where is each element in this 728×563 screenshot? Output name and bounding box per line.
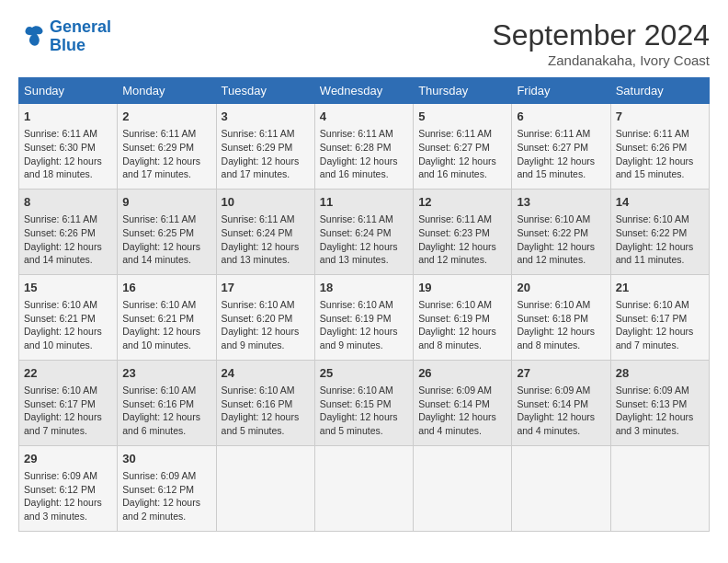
day-number: 3 xyxy=(222,109,310,125)
weekday-header: Friday xyxy=(512,78,610,104)
day-info-line: Daylight: 12 hours xyxy=(517,240,605,254)
day-number: 7 xyxy=(616,109,704,125)
day-info-line: Sunrise: 6:09 AM xyxy=(24,469,112,483)
day-info-line: Sunset: 6:23 PM xyxy=(418,226,506,240)
day-info-line: Daylight: 12 hours xyxy=(222,155,310,168)
day-info-line: and 4 minutes. xyxy=(418,424,506,438)
location-subtitle: Zandanakaha, Ivory Coast xyxy=(492,52,710,68)
day-number: 21 xyxy=(616,280,704,296)
day-info-line: Sunrise: 6:10 AM xyxy=(320,384,408,397)
logo: General Blue xyxy=(18,18,111,55)
day-info-line: Sunrise: 6:11 AM xyxy=(24,213,112,226)
day-info-line: Sunset: 6:16 PM xyxy=(122,397,210,411)
day-info-line: Daylight: 12 hours xyxy=(222,325,310,339)
day-info-line: Sunset: 6:20 PM xyxy=(222,312,310,326)
day-info-line: Daylight: 12 hours xyxy=(122,496,210,510)
page-header: General Blue September 2024 Zandanakaha,… xyxy=(18,18,710,68)
calendar-cell: 20Sunrise: 6:10 AMSunset: 6:18 PMDayligh… xyxy=(512,274,610,360)
day-number: 20 xyxy=(517,280,605,296)
day-info-line: Sunset: 6:12 PM xyxy=(24,483,112,497)
day-number: 26 xyxy=(418,365,506,382)
day-info-line: and 8 minutes. xyxy=(517,339,605,352)
day-info-line: and 7 minutes. xyxy=(24,424,112,438)
day-info-line: Sunset: 6:18 PM xyxy=(517,312,605,326)
day-info-line: and 15 minutes. xyxy=(517,167,605,181)
month-title: September 2024 xyxy=(492,18,710,52)
title-block: September 2024 Zandanakaha, Ivory Coast xyxy=(492,18,710,68)
day-number: 2 xyxy=(122,109,210,125)
day-info-line: Daylight: 12 hours xyxy=(320,410,408,424)
calendar-cell: 18Sunrise: 6:10 AMSunset: 6:19 PMDayligh… xyxy=(314,274,413,360)
day-info-line: Daylight: 12 hours xyxy=(24,496,112,510)
day-info-line: Daylight: 12 hours xyxy=(616,240,704,254)
day-info-line: and 9 minutes. xyxy=(320,339,408,352)
day-number: 28 xyxy=(616,365,704,382)
day-number: 11 xyxy=(320,194,408,211)
day-info-line: Sunrise: 6:11 AM xyxy=(616,127,704,141)
day-info-line: and 11 minutes. xyxy=(616,253,704,267)
day-info-line: Sunset: 6:22 PM xyxy=(517,226,605,240)
day-info-line: and 12 minutes. xyxy=(517,253,605,267)
day-info-line: Sunrise: 6:09 AM xyxy=(418,384,506,397)
calendar-cell: 11Sunrise: 6:11 AMSunset: 6:24 PMDayligh… xyxy=(314,189,413,274)
day-number: 5 xyxy=(418,109,506,125)
weekday-header: Sunday xyxy=(19,78,118,104)
day-info-line: Sunset: 6:30 PM xyxy=(24,141,112,155)
day-number: 22 xyxy=(24,365,112,382)
day-info-line: Sunset: 6:24 PM xyxy=(320,226,408,240)
calendar-cell: 2Sunrise: 6:11 AMSunset: 6:29 PMDaylight… xyxy=(118,104,216,190)
day-info-line: Sunrise: 6:10 AM xyxy=(222,298,310,312)
day-info-line: Sunrise: 6:11 AM xyxy=(222,213,310,226)
day-info-line: Daylight: 12 hours xyxy=(517,410,605,424)
day-number: 29 xyxy=(24,451,112,467)
day-info-line: and 15 minutes. xyxy=(616,167,704,181)
day-info-line: Sunset: 6:28 PM xyxy=(320,141,408,155)
day-info-line: Sunset: 6:25 PM xyxy=(122,226,210,240)
day-info-line: Sunset: 6:14 PM xyxy=(517,397,605,411)
day-info-line: Daylight: 12 hours xyxy=(418,240,506,254)
calendar-cell: 10Sunrise: 6:11 AMSunset: 6:24 PMDayligh… xyxy=(216,189,314,274)
day-number: 24 xyxy=(222,365,310,382)
day-info-line: Daylight: 12 hours xyxy=(122,155,210,168)
day-info-line: Sunset: 6:22 PM xyxy=(616,226,704,240)
calendar-cell: 25Sunrise: 6:10 AMSunset: 6:15 PMDayligh… xyxy=(314,360,413,445)
day-info-line: Sunrise: 6:09 AM xyxy=(616,384,704,397)
day-info-line: Sunset: 6:14 PM xyxy=(418,397,506,411)
day-info-line: Sunset: 6:21 PM xyxy=(122,312,210,326)
calendar-cell: 6Sunrise: 6:11 AMSunset: 6:27 PMDaylight… xyxy=(512,104,610,190)
calendar-cell: 13Sunrise: 6:10 AMSunset: 6:22 PMDayligh… xyxy=(512,189,610,274)
day-info-line: and 12 minutes. xyxy=(418,253,506,267)
day-number: 8 xyxy=(24,194,112,211)
calendar-week-row: 29Sunrise: 6:09 AMSunset: 6:12 PMDayligh… xyxy=(19,445,710,531)
day-info-line: Sunset: 6:29 PM xyxy=(222,141,310,155)
day-info-line: and 5 minutes. xyxy=(222,424,310,438)
calendar-cell: 22Sunrise: 6:10 AMSunset: 6:17 PMDayligh… xyxy=(19,360,118,445)
day-info-line: Sunrise: 6:10 AM xyxy=(616,213,704,226)
calendar-cell: 4Sunrise: 6:11 AMSunset: 6:28 PMDaylight… xyxy=(314,104,413,190)
calendar-cell: 21Sunrise: 6:10 AMSunset: 6:17 PMDayligh… xyxy=(610,274,709,360)
day-info-line: Sunrise: 6:10 AM xyxy=(24,384,112,397)
day-info-line: Sunrise: 6:11 AM xyxy=(222,127,310,141)
day-info-line: and 3 minutes. xyxy=(24,510,112,523)
calendar-cell: 19Sunrise: 6:10 AMSunset: 6:19 PMDayligh… xyxy=(414,274,512,360)
day-info-line: Sunrise: 6:11 AM xyxy=(122,127,210,141)
day-info-line: Sunset: 6:29 PM xyxy=(122,141,210,155)
day-number: 27 xyxy=(517,365,605,382)
day-info-line: and 17 minutes. xyxy=(122,167,210,181)
day-number: 9 xyxy=(122,194,210,211)
logo-text: General Blue xyxy=(50,18,111,55)
day-info-line: Sunset: 6:26 PM xyxy=(24,226,112,240)
day-info-line: Daylight: 12 hours xyxy=(122,410,210,424)
day-info-line: Daylight: 12 hours xyxy=(320,325,408,339)
calendar-cell: 9Sunrise: 6:11 AMSunset: 6:25 PMDaylight… xyxy=(118,189,216,274)
day-info-line: and 14 minutes. xyxy=(122,253,210,267)
day-info-line: and 16 minutes. xyxy=(320,167,408,181)
day-info-line: Daylight: 12 hours xyxy=(517,155,605,168)
day-info-line: Daylight: 12 hours xyxy=(517,325,605,339)
calendar-cell: 14Sunrise: 6:10 AMSunset: 6:22 PMDayligh… xyxy=(610,189,709,274)
weekday-header: Monday xyxy=(118,78,216,104)
calendar-week-row: 15Sunrise: 6:10 AMSunset: 6:21 PMDayligh… xyxy=(19,274,710,360)
day-info-line: Sunset: 6:13 PM xyxy=(616,397,704,411)
day-info-line: Sunrise: 6:10 AM xyxy=(24,298,112,312)
day-number: 10 xyxy=(222,194,310,211)
